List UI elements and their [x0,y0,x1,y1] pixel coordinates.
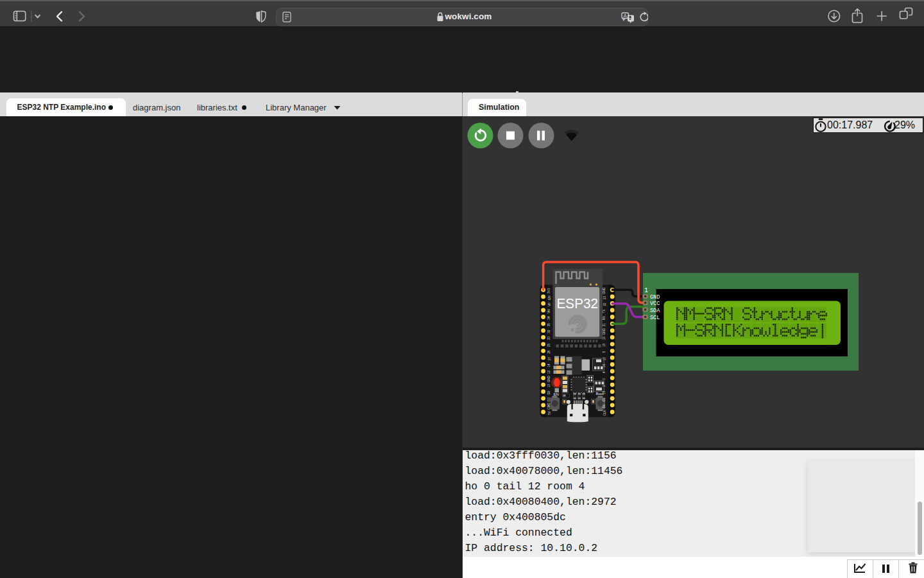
svg-text:21: 21 [603,323,606,327]
svg-text:CLK: CLK [603,410,606,416]
svg-text:RX: RX [603,316,606,320]
svg-text:26: 26 [548,350,551,354]
svg-text:SDA: SDA [650,308,660,314]
svg-text:5: 5 [603,351,606,353]
svg-text:ESP32: ESP32 [557,295,599,311]
svg-text:4: 4 [603,371,606,373]
svg-text:TX: TX [603,310,606,313]
svg-text:VP: VP [548,302,551,306]
svg-text:GND: GND [603,287,606,294]
svg-text:34: 34 [548,316,551,320]
svg-text:D2: D2 [548,390,551,394]
svg-text:EN: EN [548,295,551,299]
svg-text:15: 15 [603,390,606,394]
svg-text:19: 19 [603,337,606,340]
svg-text:22: 22 [603,302,606,306]
svg-text:CMD: CMD [548,402,551,409]
svg-text:32: 32 [548,329,551,333]
svg-text:3V3: 3V3 [548,288,551,293]
svg-text:EN: EN [554,392,559,396]
svg-text:13: 13 [548,384,551,388]
svg-text:27: 27 [548,357,551,361]
svg-text:23: 23 [603,296,606,300]
svg-text:D0: D0 [603,404,606,408]
svg-text:25: 25 [548,343,551,347]
svg-text:VN: VN [548,309,551,313]
svg-text:VCC: VCC [650,301,660,307]
svg-text:GND: GND [548,375,551,382]
svg-text:5V: 5V [548,410,551,415]
svg-text:1: 1 [644,287,648,294]
svg-text:17: 17 [603,357,606,361]
svg-text:14: 14 [548,363,551,367]
svg-text:33: 33 [548,337,551,340]
svg-text:GND: GND [650,294,660,301]
svg-text:D3: D3 [548,398,551,401]
svg-text:18: 18 [603,343,606,347]
svg-text:35: 35 [548,323,551,327]
svg-text:2: 2 [603,385,606,387]
svg-text:D1: D1 [603,398,606,401]
svg-text:16: 16 [603,363,606,367]
svg-text:GND: GND [603,328,606,335]
svg-text:SCL: SCL [650,315,660,321]
svg-text:0: 0 [603,378,606,380]
svg-text:12: 12 [548,371,551,374]
svg-text:A: A [624,13,628,19]
